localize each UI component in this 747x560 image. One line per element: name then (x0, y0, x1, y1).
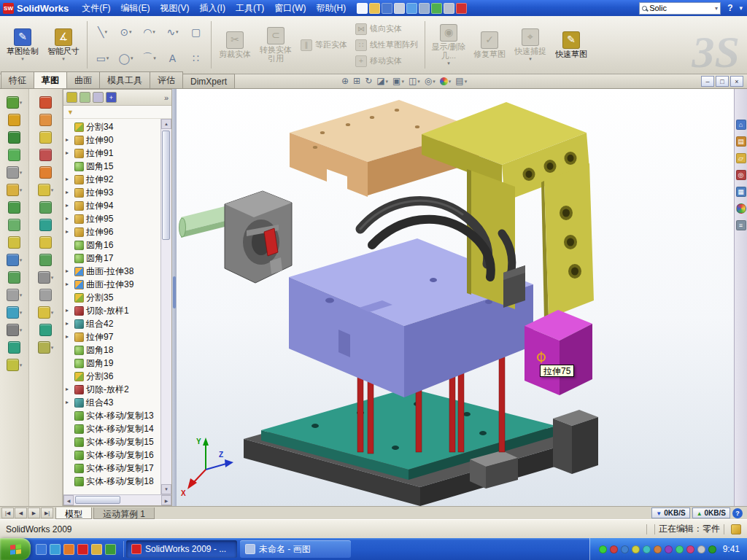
media-player-icon[interactable] (63, 544, 74, 555)
ribbon-button[interactable]: ⊂ 转换实体引用 (256, 18, 295, 71)
sheet-nav-button[interactable]: |◀ (1, 508, 14, 518)
feature-tree-item[interactable]: 实体-移动/复制17 (63, 462, 160, 475)
sketch-tool-button[interactable]: ⊙ (115, 19, 137, 44)
tray-icon[interactable] (665, 545, 673, 553)
sketch-tool-button[interactable]: ╲ (91, 19, 114, 44)
tool-button[interactable] (39, 149, 52, 161)
tray-icon[interactable] (621, 545, 629, 553)
apply-scene-icon[interactable]: ▤ (455, 76, 467, 86)
expand-arrow-icon[interactable] (66, 150, 72, 156)
feature-tree-item[interactable]: 圆角19 (63, 357, 160, 370)
tool-button[interactable] (8, 114, 20, 126)
ribbon-button[interactable]: ∥ 等距实体 (298, 39, 350, 52)
tool-button[interactable] (7, 254, 23, 266)
dropdown-arrow-icon[interactable] (152, 29, 155, 34)
info-icon[interactable]: ? (732, 508, 743, 518)
tool-button[interactable] (8, 236, 20, 249)
tray-icon[interactable] (610, 545, 618, 553)
configurationmanager-tab-icon[interactable] (93, 92, 104, 103)
tool-button[interactable] (7, 166, 23, 179)
dropdown-arrow-icon[interactable] (449, 79, 452, 84)
feature-tree-item[interactable]: 拉伸97 (63, 330, 160, 343)
featuremanager-tab-icon[interactable] (66, 92, 77, 103)
sketch-tool-button[interactable]: ▭ (91, 45, 114, 71)
tool-button[interactable] (7, 306, 23, 319)
dropdown-arrow-icon[interactable] (131, 55, 133, 61)
feature-tree-item[interactable]: 组合43 (63, 396, 160, 409)
expand-arrow-icon[interactable] (66, 176, 72, 182)
folder-icon[interactable] (91, 544, 102, 555)
panel-chevron-icon[interactable]: » (164, 93, 169, 102)
dropdown-arrow-icon[interactable] (417, 79, 420, 84)
search-input[interactable] (649, 4, 713, 12)
expand-arrow-icon[interactable] (66, 216, 72, 222)
dropdown-arrow-icon[interactable] (447, 61, 450, 66)
taskbar-task-button[interactable]: SolidWorks 2009 - ... (126, 540, 237, 558)
dropdown-arrow-icon[interactable] (433, 79, 436, 84)
feature-tree-item[interactable]: 实体-移动/复制18 (63, 475, 160, 488)
view-palette-icon[interactable]: ▦ (736, 187, 746, 197)
tool-button[interactable] (38, 341, 54, 354)
tray-icon[interactable] (643, 545, 651, 553)
dropdown-arrow-icon[interactable] (20, 362, 23, 368)
dropdown-arrow-icon[interactable] (20, 292, 23, 298)
ribbon-button[interactable]: ✂ 剪裁实体 (215, 18, 255, 71)
tray-icon[interactable] (708, 545, 716, 553)
menu-item[interactable]: 视图(V) (155, 1, 195, 16)
feature-tree-item[interactable]: 实体-移动/复制15 (63, 435, 160, 448)
tool-button[interactable] (38, 306, 54, 319)
sketch-tool-button[interactable]: ◠ (138, 19, 160, 44)
expand-arrow-icon[interactable] (66, 137, 72, 143)
appearances-scenes-icon[interactable] (736, 203, 746, 214)
view-orientation-icon[interactable]: ▣ (392, 76, 404, 86)
tool-button[interactable] (39, 96, 52, 109)
sketch-tool-button[interactable]: ∿ (161, 19, 184, 44)
feature-tree-item[interactable]: 切除-放样1 (63, 304, 160, 317)
feature-tree-item[interactable]: 分割34 (63, 120, 160, 133)
toolbar-overflow-icon[interactable]: ▾ (739, 4, 743, 12)
dropdown-arrow-icon[interactable] (51, 275, 54, 280)
undo-icon[interactable] (406, 3, 417, 14)
sheet-nav-button[interactable]: ◀ (15, 508, 27, 518)
expand-arrow-icon[interactable] (66, 268, 72, 274)
feature-tree-item[interactable]: 圆角15 (63, 160, 160, 173)
tray-icon[interactable] (654, 545, 662, 553)
design-library-icon[interactable]: ▤ (736, 136, 746, 147)
expand-arrow-icon[interactable] (66, 400, 72, 405)
menu-item[interactable]: 工具(T) (231, 1, 269, 16)
previous-view-icon[interactable]: ↻ (365, 76, 372, 86)
tool-button[interactable] (38, 184, 54, 196)
tool-button[interactable] (39, 254, 52, 266)
close-button[interactable]: × (730, 76, 743, 87)
dropdown-arrow-icon[interactable] (20, 170, 23, 175)
new-document-icon[interactable] (357, 3, 368, 14)
feature-tree-item[interactable]: 拉伸92 (63, 173, 160, 186)
display-style-icon[interactable]: ◫ (409, 76, 420, 86)
tool-button[interactable] (7, 359, 23, 371)
dropdown-arrow-icon[interactable] (62, 56, 65, 61)
propertymanager-tab-icon[interactable] (80, 92, 90, 103)
tool-button[interactable] (39, 324, 52, 336)
tool-button[interactable] (39, 219, 52, 231)
command-tab[interactable]: 曲面 (66, 71, 100, 88)
sheet-nav-button[interactable]: ▶ (28, 508, 40, 518)
filter-icon[interactable]: ▼ (67, 109, 74, 116)
ribbon-button[interactable]: ∡ 智能尺寸 (44, 18, 83, 71)
feature-tree-item[interactable]: 拉伸93 (63, 186, 160, 199)
scroll-left-icon[interactable] (63, 495, 74, 505)
custom-properties-icon[interactable]: ≡ (736, 220, 746, 230)
zoom-area-icon[interactable]: ⊞ (353, 76, 360, 86)
feature-tree-item[interactable]: 切除-放样2 (63, 383, 160, 396)
tray-icon[interactable] (632, 545, 640, 553)
feature-tree-item[interactable]: 曲面-拉伸38 (63, 265, 160, 278)
zoom-fit-icon[interactable]: ⊕ (341, 76, 349, 86)
feature-tree-item[interactable]: 分割36 (63, 370, 160, 383)
tool-button[interactable] (8, 219, 20, 231)
taskbar-task-button[interactable]: 未命名 - 画图 (240, 540, 351, 558)
document-tab[interactable]: 模型 (55, 508, 92, 519)
sheet-nav-button[interactable]: ▶| (41, 508, 53, 518)
feature-tree-item[interactable]: 实体-移动/复制14 (63, 422, 160, 435)
sketch-tool-button[interactable]: ▢ (185, 19, 207, 44)
dropdown-arrow-icon[interactable] (20, 100, 23, 105)
edit-appearance-icon[interactable]: ● (440, 77, 452, 85)
